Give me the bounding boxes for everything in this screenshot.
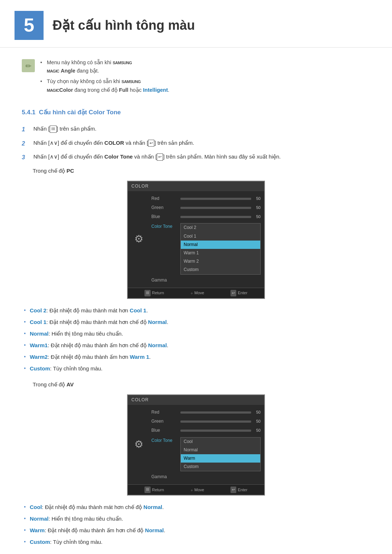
pc-footer-return: III Return xyxy=(144,290,164,296)
step-3: 3 Nhấn [∧∨] để di chuyển đến Color Tone … xyxy=(22,152,370,162)
page-container: 5 Đặt cấu hình tông màu ✏ Menu này không… xyxy=(0,0,392,554)
chapter-number: 5 xyxy=(15,11,44,40)
pc-menu-row-green: Green 50 xyxy=(150,203,262,212)
av-menu-row-colortone: Color Tone Cool Normal Warm Custom xyxy=(150,436,262,473)
main-content: ✏ Menu này không có sẵn khi SAMSUNGMAGIC… xyxy=(0,58,392,554)
av-footer-move: ⬦ Move xyxy=(191,487,204,493)
chapter-header: 5 Đặt cấu hình tông màu xyxy=(0,0,392,48)
av-dropdown: Cool Normal Warm Custom xyxy=(180,437,261,472)
step-1: 1 Nhấn [III] trên sản phẩm. xyxy=(22,124,370,134)
steps-list: 1 Nhấn [III] trên sản phẩm. 2 Nhấn [∧∨] … xyxy=(22,124,370,162)
pc-bullet-warm1: Warm1: Đặt nhiệt độ màu thành ấm hơn chế… xyxy=(22,341,370,350)
pc-bullet-list: Cool 2: Đặt nhiệt độ màu thành mát hơn C… xyxy=(22,306,370,373)
pc-monitor-screen: COLOR ⚙ Red 50 xyxy=(127,181,265,299)
av-monitor-wrapper: COLOR ⚙ Red 50 xyxy=(22,394,370,496)
pc-footer-move: ⬦ Move xyxy=(191,290,204,296)
pc-monitor-wrapper: COLOR ⚙ Red 50 xyxy=(22,181,370,299)
av-footer-return: III Return xyxy=(144,487,164,493)
pc-menu-row-gamma: Gamma xyxy=(150,276,262,285)
svg-text:✏: ✏ xyxy=(25,62,32,70)
chapter-title: Đặt cấu hình tông màu xyxy=(53,15,195,36)
note-icon: ✏ xyxy=(22,59,35,72)
pc-bullet-cool2: Cool 2: Đặt nhiệt độ màu thành mát hơn C… xyxy=(22,306,370,315)
pc-bullet-cool1: Cool 1: Đặt nhiệt độ màu thành mát hơn c… xyxy=(22,318,370,327)
pc-bullet-normal: Normal: Hiển thị tông màu tiêu chuẩn. xyxy=(22,329,370,338)
step-2: 2 Nhấn [∧∨] để di chuyển đến COLOR và nh… xyxy=(22,139,370,148)
av-menu-row-gamma: Gamma xyxy=(150,472,262,481)
pc-monitor-menu: Red 50 Green 50 xyxy=(150,194,262,285)
note-item-2: Tùy chọn này không có sẵn khi SAMSUNGMAG… xyxy=(40,77,370,94)
av-menu-row-red: Red 50 xyxy=(150,408,262,417)
pc-menu-row-blue: Blue 50 xyxy=(150,212,262,221)
pc-monitor-footer: III Return ⬦ Move ↩ Enter xyxy=(128,288,264,298)
pc-monitor-left-icon: ⚙ xyxy=(130,194,148,285)
section-heading: 5.4.1 Cấu hình cài đặt Color Tone xyxy=(22,107,370,117)
av-bullet-cool: Cool: Đặt nhiệt độ màu thành mát hơn chế… xyxy=(22,503,370,512)
pc-monitor-title: COLOR xyxy=(128,181,264,191)
av-monitor-screen: COLOR ⚙ Red 50 xyxy=(127,394,265,496)
av-monitor-menu: Red 50 Green 50 xyxy=(150,408,262,482)
note-box: ✏ Menu này không có sẵn khi SAMSUNGMAGIC… xyxy=(22,58,370,97)
pc-bullet-warm2: Warm2: Đặt nhiệt độ màu thành ấm hơn War… xyxy=(22,353,370,361)
mode-av-label: Trong chế độ AV xyxy=(33,380,370,389)
av-bullet-custom: Custom: Tùy chỉnh tông màu. xyxy=(22,538,370,546)
av-bullet-normal: Normal: Hiển thị tông màu tiêu chuẩn. xyxy=(22,514,370,523)
pc-menu-row-colortone: Color Tone Cool 2 Cool 1 Normal Warm 1 W… xyxy=(150,222,262,275)
av-monitor-left-icon: ⚙ xyxy=(130,408,148,482)
av-menu-row-blue: Blue 50 xyxy=(150,426,262,435)
av-monitor-title: COLOR xyxy=(128,395,264,405)
av-monitor-footer: III Return ⬦ Move ↩ Enter xyxy=(128,484,264,495)
mode-pc-label: Trong chế độ PC xyxy=(33,167,370,175)
pc-bullet-custom: Custom: Tùy chỉnh tông màu. xyxy=(22,364,370,373)
av-footer-enter: ↩ Enter xyxy=(230,487,247,493)
note-content: Menu này không có sẵn khi SAMSUNGMAGIC A… xyxy=(40,58,370,97)
av-bullet-list: Cool: Đặt nhiệt độ màu thành mát hơn chế… xyxy=(22,503,370,546)
av-bullet-warm: Warm: Đặt nhiệt độ màu thành ấm hơn chế … xyxy=(22,526,370,535)
av-monitor-body: ⚙ Red 50 Green xyxy=(128,405,264,485)
av-menu-row-green: Green 50 xyxy=(150,417,262,426)
note-item-1: Menu này không có sẵn khi SAMSUNGMAGIC A… xyxy=(40,58,370,75)
pc-menu-row-red: Red 50 xyxy=(150,194,262,203)
pc-footer-enter: ↩ Enter xyxy=(230,290,247,296)
pc-monitor-body: ⚙ Red 50 Green xyxy=(128,191,264,288)
pc-dropdown: Cool 2 Cool 1 Normal Warm 1 Warm 2 Custo… xyxy=(180,223,261,274)
